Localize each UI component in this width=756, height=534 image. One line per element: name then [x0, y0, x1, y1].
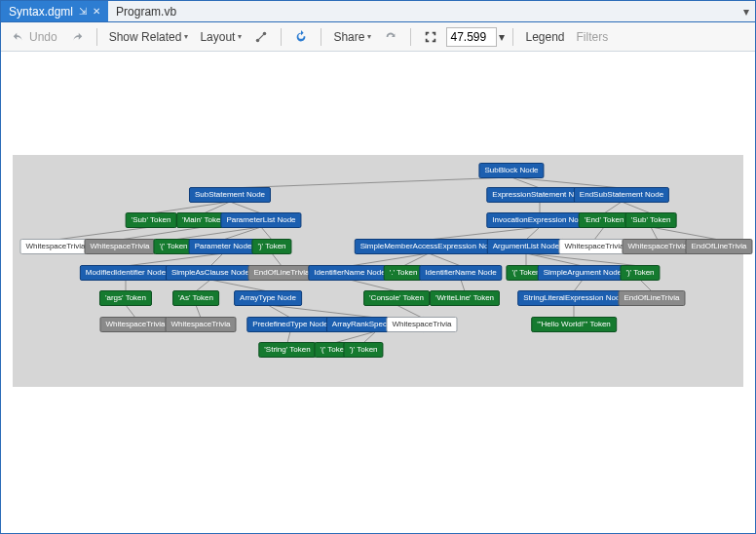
chevron-down-icon: ▾ [367, 32, 371, 41]
graph-node[interactable]: IdentifierName Node [308, 265, 391, 281]
legend-label: Legend [525, 30, 564, 44]
graph-node[interactable]: ModifiedIdentifier Node [80, 265, 171, 281]
tab-label: Program.vb [116, 5, 176, 19]
graph-node[interactable]: StringLiteralExpression Node [517, 290, 630, 306]
show-related-button[interactable]: Show Related ▾ [105, 28, 193, 46]
directed-graph-button[interactable] [249, 27, 273, 47]
graph-node[interactable]: ArgumentList Node [487, 239, 565, 254]
graph-node[interactable]: WhitespaceTrivia [386, 317, 457, 332]
refresh-icon [293, 29, 309, 45]
pin-icon[interactable]: ⇲ [79, 6, 87, 17]
undo-label: Undo [29, 30, 57, 44]
tab-label: Syntax.dgml [9, 5, 73, 19]
toolbar: Undo Show Related ▾ Layout ▾ Share ▾ [1, 22, 755, 52]
graph-node[interactable]: SubStatement Node [189, 187, 271, 203]
chevron-down-icon: ▾ [743, 5, 749, 19]
tab-syntax-dgml[interactable]: Syntax.dgml ⇲ ✕ [1, 1, 108, 21]
graph-node[interactable]: 'Sub' Token [625, 212, 677, 228]
graph-node[interactable]: IdentifierName Node [419, 265, 502, 281]
rotate-button[interactable] [379, 27, 402, 47]
share-button[interactable]: Share ▾ [329, 28, 375, 46]
show-related-label: Show Related [109, 30, 182, 44]
filters-label: Filters [577, 30, 609, 44]
rotate-icon [383, 29, 398, 45]
chevron-down-icon: ▾ [184, 32, 188, 41]
graph-node[interactable]: PredefinedType Node [246, 317, 333, 332]
tab-program-vb[interactable]: Program.vb [108, 1, 184, 21]
graph-node[interactable]: WhitespaceTrivia [558, 239, 629, 254]
graph-node[interactable]: ')' Token [343, 342, 383, 358]
tab-strip: Syntax.dgml ⇲ ✕ Program.vb ▾ [1, 1, 755, 22]
legend-button[interactable]: Legend [521, 28, 568, 46]
graph-icon [253, 29, 269, 45]
graph-node[interactable]: SimpleAsClause Node [166, 265, 255, 281]
graph-node[interactable]: SimpleMemberAccessExpression Node [355, 239, 504, 254]
graph-node[interactable]: 'End' Token [579, 212, 630, 228]
graph-document[interactable]: SubBlock NodeSubStatement NodeExpression… [1, 52, 755, 533]
graph-node[interactable]: 'args' Token [99, 290, 152, 306]
graph-node[interactable]: InvocationExpression Node [486, 212, 592, 228]
filters-button[interactable]: Filters [573, 28, 613, 46]
graph-node[interactable]: ParameterList Node [220, 212, 301, 228]
graph-node[interactable]: ')' Token [251, 239, 291, 254]
graph-node[interactable]: WhitespaceTrivia [99, 317, 170, 332]
graph-node[interactable]: 'WriteLine' Token [430, 290, 500, 306]
graph-node[interactable]: WhitespaceTrivia [84, 239, 155, 254]
fit-button[interactable] [419, 27, 442, 47]
graph-node[interactable]: EndSubStatement Node [574, 187, 669, 203]
svg-line-2 [230, 177, 511, 188]
tabs-overflow-button[interactable]: ▾ [737, 1, 755, 21]
graph-node[interactable]: ')' Token [620, 265, 660, 281]
graph-node[interactable]: '(' Token [153, 239, 193, 254]
redo-icon [69, 29, 85, 45]
graph-node[interactable]: SimpleArgument Node [538, 265, 627, 281]
graph-node[interactable]: EndOfLineTrivia [247, 265, 315, 281]
share-label: Share [333, 30, 364, 44]
graph-node[interactable]: 'Sub' Token [126, 212, 177, 228]
graph-node[interactable]: WhitespaceTrivia [622, 239, 693, 254]
undo-button[interactable]: Undo [7, 27, 61, 47]
graph-node[interactable]: SubBlock Node [478, 163, 544, 178]
chevron-down-icon[interactable]: ▾ [499, 30, 505, 44]
refresh-button[interactable] [289, 27, 313, 47]
redo-button[interactable] [65, 27, 89, 47]
graph-node[interactable]: 'Console' Token [363, 290, 430, 306]
zoom-input[interactable] [446, 27, 497, 47]
graph-node[interactable]: 'As' Token [172, 290, 219, 306]
graph-node[interactable]: EndOfLineTrivia [618, 290, 685, 306]
graph-node[interactable]: WhitespaceTrivia [165, 317, 236, 332]
layout-button[interactable]: Layout ▾ [196, 28, 246, 46]
close-icon[interactable]: ✕ [93, 6, 100, 17]
graph-node[interactable]: '.' Token [384, 265, 424, 281]
graph-node[interactable]: WhitespaceTrivia [19, 239, 91, 254]
fit-icon [423, 29, 438, 45]
graph-node[interactable]: ArrayType Node [234, 290, 302, 306]
graph-node[interactable]: Parameter Node [189, 239, 258, 254]
graph-node[interactable]: EndOfLineTrivia [685, 239, 752, 254]
graph-node[interactable]: '"Hello World!"' Token [531, 317, 617, 332]
undo-icon [11, 29, 26, 45]
graph-node[interactable]: 'String' Token [258, 342, 316, 358]
graph-canvas[interactable]: SubBlock NodeSubStatement NodeExpression… [13, 155, 743, 387]
layout-label: Layout [200, 30, 235, 44]
chevron-down-icon: ▾ [238, 32, 242, 41]
